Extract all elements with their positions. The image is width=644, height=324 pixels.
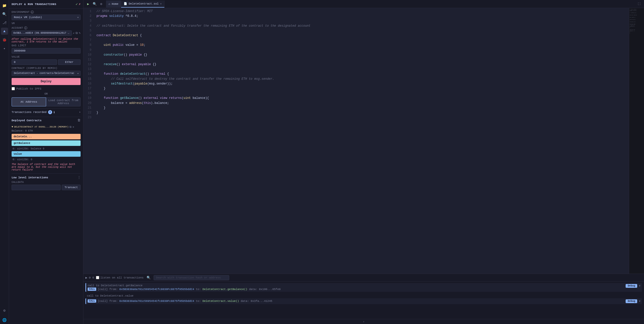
tab-bar: ⌂ Home 📄 DeleteContract.sol ✕ <box>106 1 164 8</box>
console-count: 0 <box>92 276 94 279</box>
transactions-header: Transactions recorded 3 ℹ › <box>12 108 81 116</box>
panel-close-icon[interactable]: ✗ <box>79 2 81 6</box>
transactions-badge: 3 <box>48 110 52 114</box>
contract-chevron[interactable]: ▼ <box>12 126 13 128</box>
low-level-section: Low level interactions ⋮ CALLDATA Transa… <box>12 173 81 190</box>
console-controls: ▶ ⊘ 0 <box>85 276 94 280</box>
sidebar-icon-debug[interactable]: 🐞 <box>1 36 8 43</box>
get-balance-button[interactable]: getBalance <box>12 140 81 146</box>
vm-label: VM <box>12 22 81 25</box>
calldata-input[interactable] <box>12 185 61 190</box>
left-panel: DEPLOY & RUN TRANSACTIONS ✓ ✗ ENVIRONMEN… <box>9 0 83 324</box>
tab-deletecontract[interactable]: 📄 DeleteContract.sol ✕ <box>121 1 164 8</box>
annotation2-text: The balance of contract and the value bo… <box>12 163 81 171</box>
console-search-input[interactable] <box>154 275 229 280</box>
account-link-icon[interactable]: ↗ <box>73 31 75 35</box>
contract-label: CONTRACT (Compiled By Remix) <box>12 67 81 70</box>
getbalance-output: 0: uint256: balance 0 <box>12 147 81 151</box>
sidebar-icon-files[interactable]: 📁 <box>1 2 8 9</box>
code-content[interactable]: // SPDX-License-Identifier: MIT pragma s… <box>93 8 629 274</box>
log1-header: call to DeleteContract.getBalance <box>88 284 624 287</box>
value-output: 0: uint256: 0 <box>12 158 81 161</box>
console-body: call to DeleteContract.getBalance CALL [… <box>83 281 644 319</box>
sidebar-icon-search[interactable]: 🔍 <box>1 11 8 18</box>
log2-detail: [call] from: 0x5B3830a6a701c5695454Cfc80… <box>98 300 624 303</box>
console-search-icon[interactable]: 🔍 <box>146 276 152 280</box>
contract-select[interactable]: DeleteContract - contracts/DeleteContrac… <box>12 71 81 76</box>
log2-debug-button[interactable]: Debug <box>626 299 637 303</box>
account-copy-icon[interactable]: ⧉ <box>76 31 78 35</box>
listen-checkbox-row: listen on all transactions <box>96 276 144 279</box>
listen-checkbox[interactable] <box>96 276 99 279</box>
code-container: 12345 678910 1112131415 1617181920 21222… <box>83 8 644 274</box>
sidebar-icon-settings[interactable]: ⚙ <box>1 307 8 314</box>
environment-info-icon[interactable]: ⚙ <box>31 11 34 14</box>
run-button[interactable]: ▶ <box>85 1 91 7</box>
log-item-1: call to DeleteContract.getBalance CALL [… <box>85 283 642 292</box>
environment-select[interactable]: Remix VM (London) <box>12 15 81 20</box>
value-input[interactable] <box>12 59 57 65</box>
deploy-button[interactable]: Deploy <box>12 78 81 85</box>
value-button[interactable]: value <box>12 151 81 157</box>
contract-instance-header: ▼ DELETECONTRACT AT 0X091...39138 (MEMOR… <box>12 125 81 129</box>
search-button[interactable]: 🔍 <box>92 1 97 7</box>
account-row: 0x5B3...eddC4 (99.99999999999812617 et ↗… <box>12 30 81 36</box>
top-bar: ▶ 🔍 ⚙ ⌂ Home 📄 DeleteContract.sol ✕ ⛶ <box>83 0 644 8</box>
tab-home-label: Home <box>112 3 118 6</box>
account-field[interactable]: 0x5B3...eddC4 (99.99999999999812617 et <box>12 30 72 36</box>
tab-close-icon[interactable]: ✕ <box>160 2 162 5</box>
environment-select-wrapper: Remix VM (London) <box>12 15 81 20</box>
log1-debug-button[interactable]: Debug <box>626 284 637 288</box>
sidebar-icon-deploy[interactable]: ▲ <box>1 28 8 35</box>
panel-header: DEPLOY & RUN TRANSACTIONS ✓ ✗ <box>9 0 83 9</box>
sidebar-icon-plugins[interactable]: ✦ <box>1 45 8 52</box>
console-play-icon[interactable]: ▶ <box>85 276 87 280</box>
contract-instance: ▼ DELETECONTRACT AT 0X091...39138 (MEMOR… <box>12 125 81 161</box>
maximize-button[interactable]: ⛶ <box>636 1 642 7</box>
delete-contract-button[interactable]: deleteCo... <box>12 134 81 139</box>
tab-home[interactable]: ⌂ Home <box>106 1 121 8</box>
low-level-menu-icon[interactable]: ⋮ <box>78 176 81 179</box>
log2-header-line: call to DeleteContract.value <box>85 293 642 298</box>
contract-instance-copy[interactable]: ⧉ <box>70 126 72 129</box>
contract-instance-name: DELETECONTRACT AT 0X091...39138 (MEMORY) <box>14 126 69 128</box>
transact-button[interactable]: Transact <box>62 185 81 190</box>
publish-ipfs-label[interactable]: Publish to IPFS <box>16 87 41 90</box>
log2-expand-icon[interactable]: ∨ <box>639 299 640 303</box>
value-label: VALUE <box>12 56 81 58</box>
calldata-label: CALLDATA <box>12 181 81 184</box>
listen-label[interactable]: listen on all transactions <box>100 276 144 279</box>
account-edit-icon[interactable]: ✎ <box>79 31 81 35</box>
contract-instance-close[interactable]: ✕ <box>73 125 74 129</box>
home-icon: ⌂ <box>109 3 110 6</box>
account-label: ACCOUNT ℹ <box>12 26 81 29</box>
or-divider: OR <box>12 92 81 95</box>
value-unit-select[interactable]: Ether Wei Gwei Finney <box>58 59 81 65</box>
log1-detail: [call] from: 0x5B3830a6a701c5695454Cfc80… <box>98 288 624 291</box>
publish-ipfs-checkbox[interactable] <box>12 87 15 90</box>
panel-check-icon[interactable]: ✓ <box>76 2 78 6</box>
sidebar-icon-earth[interactable]: 🌐 <box>1 316 8 323</box>
sidebar-icon-git[interactable]: ⎇ <box>1 19 8 26</box>
address-tab-row: At Address Load contract from Address <box>12 97 81 106</box>
settings-bar-button[interactable]: ⚙ <box>98 1 104 7</box>
gas-limit-label: GAS LIMIT <box>12 44 81 47</box>
tab-at-address[interactable]: At Address <box>12 97 46 106</box>
low-level-header: Low level interactions ⋮ <box>12 176 81 179</box>
log1-expand-icon[interactable]: ∨ <box>639 284 640 287</box>
console-expand-btn[interactable]: › <box>83 319 644 324</box>
account-info-icon[interactable]: ℹ <box>24 26 27 29</box>
main-area: ▶ 🔍 ⚙ ⌂ Home 📄 DeleteContract.sol ✕ ⛶ <box>83 0 644 324</box>
annotation1-wrapper: 0x5B3...eddC4 (99.99999999999812617 et ↗… <box>12 30 81 43</box>
gas-limit-input[interactable] <box>12 48 81 54</box>
transactions-chevron[interactable]: › <box>79 111 81 114</box>
deployed-trash-icon[interactable]: 🗑 <box>77 118 81 122</box>
contract-select-wrapper: DeleteContract - contracts/DeleteContrac… <box>12 71 81 76</box>
console-filter-icon[interactable]: ⊘ <box>89 276 91 280</box>
transactions-info-icon[interactable]: ℹ <box>54 111 55 114</box>
log2-badge: CALL <box>88 299 96 303</box>
contract-balance: Balance: 0 ETH <box>12 130 81 132</box>
tab-load-contract[interactable]: Load contract from Address <box>46 97 81 106</box>
log1-badge: CALL <box>88 288 96 291</box>
value-row: Ether Wei Gwei Finney <box>12 59 81 65</box>
